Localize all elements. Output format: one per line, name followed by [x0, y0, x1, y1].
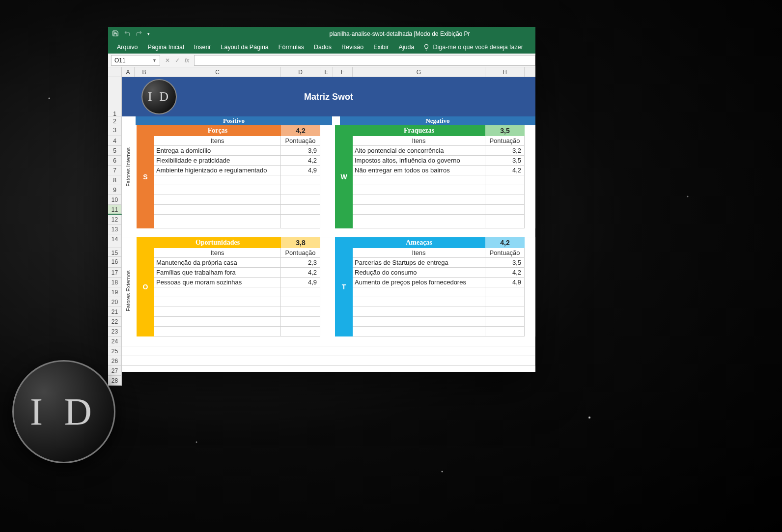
redo-icon[interactable] [136, 30, 142, 38]
cell-t-item-3[interactable]: Aumento de preços pelos fornecedores [353, 278, 485, 287]
cell-w-item-1[interactable]: Alto pontencial de concorrência [353, 146, 485, 156]
tab-ajuda[interactable]: Ajuda [394, 42, 418, 53]
row-header-12[interactable]: 12 [108, 215, 122, 224]
cell-s-item-5[interactable] [154, 185, 281, 195]
cell-o-item-5[interactable] [154, 297, 281, 307]
col-header-g[interactable]: G [353, 67, 485, 77]
cell-o-score-8[interactable] [281, 327, 320, 336]
cancel-icon[interactable]: ✕ [165, 57, 170, 64]
row-header-9[interactable]: 9 [108, 185, 122, 195]
cell-o-score-6[interactable] [281, 307, 320, 317]
row-header-1[interactable]: 1 [108, 77, 122, 116]
tab-layout[interactable]: Layout da Página [217, 42, 272, 53]
cell-w-score-3[interactable]: 4,2 [485, 166, 525, 175]
cell-w-item-7[interactable] [353, 205, 485, 215]
tab-pagina-inicial[interactable]: Página Inicial [143, 42, 188, 53]
row-header-4[interactable]: 4 [108, 136, 122, 146]
tab-inserir[interactable]: Inserir [190, 42, 215, 53]
empty-row-27[interactable] [122, 346, 535, 356]
cell-s-score-8[interactable] [281, 215, 320, 228]
row-header-27[interactable]: 27 [108, 366, 122, 376]
cell-w-item-2[interactable]: Impostos altos, influência do governo [353, 156, 485, 166]
cell-t-score-6[interactable] [485, 307, 525, 317]
row-header-11[interactable]: 11 [108, 205, 122, 215]
cell-s-score-5[interactable] [281, 185, 320, 195]
cell-s-item-3[interactable]: Ambiente higienizado e regulamentado [154, 166, 281, 175]
cell-w-item-8[interactable] [353, 215, 485, 228]
empty-row-26[interactable] [122, 336, 535, 346]
row-header-28[interactable]: 28 [108, 376, 122, 386]
cell-w-score-7[interactable] [485, 205, 525, 215]
cell-s-score-3[interactable]: 4,9 [281, 166, 320, 175]
col-header-f[interactable]: F [333, 67, 353, 77]
col-header-d[interactable]: D [281, 67, 320, 77]
row-header-15[interactable]: 15 [108, 248, 122, 257]
formula-bar-input[interactable] [194, 55, 535, 66]
cell-t-item-7[interactable] [353, 317, 485, 327]
cell-t-score-2[interactable]: 4,2 [485, 268, 525, 278]
cell-s-score-2[interactable]: 4,2 [281, 156, 320, 166]
cell-s-score-4[interactable] [281, 175, 320, 185]
cell-t-score-8[interactable] [485, 327, 525, 336]
cell-s-item-1[interactable]: Entrega a domicílio [154, 146, 281, 156]
cell-s-score-7[interactable] [281, 205, 320, 215]
cell-o-item-1[interactable]: Manutenção da própria casa [154, 258, 281, 268]
col-header-c[interactable]: C [154, 67, 281, 77]
undo-icon[interactable] [124, 30, 131, 38]
cell-t-item-4[interactable] [353, 287, 485, 297]
tab-dados[interactable]: Dados [310, 42, 335, 53]
fx-icon[interactable]: fx [185, 57, 189, 64]
row-header-21[interactable]: 21 [108, 307, 122, 317]
col-header-e[interactable]: E [320, 67, 333, 77]
name-box[interactable]: O11 ▼ [111, 55, 160, 66]
cell-o-item-8[interactable] [154, 327, 281, 336]
cell-w-item-3[interactable]: Não entregar em todos os bairros [353, 166, 485, 175]
tell-me-search[interactable]: Diga-me o que você deseja fazer [423, 44, 523, 51]
name-box-dropdown-icon[interactable]: ▼ [152, 58, 157, 63]
col-header-a[interactable]: A [122, 67, 135, 77]
row-header-7[interactable]: 7 [108, 166, 122, 175]
cell-t-score-3[interactable]: 4,9 [485, 278, 525, 287]
cell-t-item-5[interactable] [353, 297, 485, 307]
col-header-b[interactable]: B [135, 67, 154, 77]
cell-s-item-6[interactable] [154, 195, 281, 205]
row-header-18[interactable]: 18 [108, 278, 122, 287]
row-header-17[interactable]: 17 [108, 268, 122, 278]
worksheet[interactable]: A B C D E F G H 1 2 3 4 5 6 7 8 9 10 11 … [108, 67, 535, 372]
col-header-h[interactable]: H [485, 67, 525, 77]
row-header-13[interactable]: 13 [108, 224, 122, 234]
row-header-3[interactable]: 3 [108, 125, 122, 136]
cell-s-item-4[interactable] [154, 175, 281, 185]
cell-t-score-1[interactable]: 3,5 [485, 258, 525, 268]
row-header-25[interactable]: 25 [108, 346, 122, 356]
gap-row[interactable] [122, 228, 535, 237]
row-header-14[interactable]: 14 [108, 234, 122, 248]
cell-o-score-7[interactable] [281, 317, 320, 327]
cell-t-item-8[interactable] [353, 327, 485, 336]
tab-revisao[interactable]: Revisão [337, 42, 367, 53]
cell-o-score-3[interactable]: 4,9 [281, 278, 320, 287]
cell-w-score-5[interactable] [485, 185, 525, 195]
row-header-20[interactable]: 20 [108, 297, 122, 307]
row-header-22[interactable]: 22 [108, 317, 122, 327]
cell-w-score-6[interactable] [485, 195, 525, 205]
cell-s-item-2[interactable]: Flexibilidade e praticidade [154, 156, 281, 166]
cell-o-score-5[interactable] [281, 297, 320, 307]
row-header-6[interactable]: 6 [108, 156, 122, 166]
cell-o-item-2[interactable]: Famílias que trabalham fora [154, 268, 281, 278]
cell-w-item-5[interactable] [353, 185, 485, 195]
cell-w-score-4[interactable] [485, 175, 525, 185]
cell-w-score-8[interactable] [485, 215, 525, 228]
row-header-24[interactable]: 24 [108, 336, 122, 346]
cell-t-item-1[interactable]: Parcerias de Startups de entrega [353, 258, 485, 268]
row-header-23[interactable]: 23 [108, 327, 122, 336]
enter-icon[interactable]: ✓ [175, 57, 180, 64]
cell-w-score-1[interactable]: 3,2 [485, 146, 525, 156]
cell-s-item-8[interactable] [154, 215, 281, 228]
cell-w-item-4[interactable] [353, 175, 485, 185]
tab-exibir[interactable]: Exibir [369, 42, 392, 53]
row-header-16[interactable]: 16 [108, 257, 122, 268]
cell-s-score-6[interactable] [281, 195, 320, 205]
cell-t-item-2[interactable]: Redução do consumo [353, 268, 485, 278]
cell-o-item-4[interactable] [154, 287, 281, 297]
